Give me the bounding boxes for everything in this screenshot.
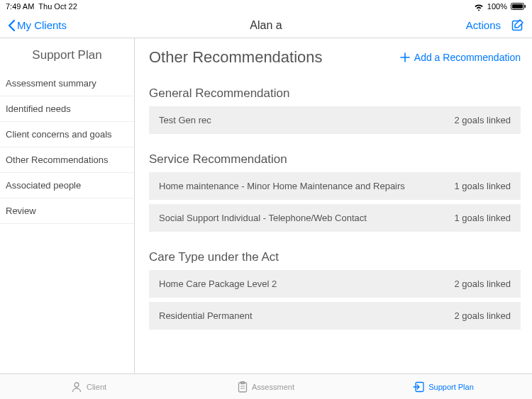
page-title: Alan a (250, 19, 282, 32)
arrow-in-box-icon (413, 381, 424, 393)
tab-client[interactable]: Client (0, 374, 177, 399)
recommendation-goals: 2 goals linked (455, 279, 511, 289)
sections: General Recommendation Test Gen rec 2 go… (149, 74, 521, 373)
add-recommendation-label: Add a Recommendation (414, 52, 521, 63)
compose-icon (511, 18, 525, 33)
chevron-left-icon (7, 19, 16, 32)
battery-icon (511, 3, 526, 10)
svg-rect-2 (525, 5, 526, 8)
plus-icon (400, 52, 410, 62)
recommendation-goals: 1 goals linked (455, 181, 511, 191)
status-time: 7:49 AM (6, 2, 34, 11)
sidebar-item-client-concerns[interactable]: Client concerns and goals (0, 122, 134, 147)
app-root: 7:49 AM Thu Oct 22 100% My Clients Alan … (0, 0, 532, 399)
tab-support-plan-label: Support Plan (428, 383, 474, 391)
sidebar-item-review[interactable]: Review (0, 198, 134, 224)
back-button[interactable]: My Clients (7, 19, 67, 32)
content-title: Other Recommendations (149, 48, 323, 67)
status-left: 7:49 AM Thu Oct 22 (6, 2, 77, 11)
svg-point-4 (74, 383, 79, 387)
clipboard-icon (238, 381, 248, 393)
compose-button[interactable] (511, 18, 525, 33)
recommendation-goals: 2 goals linked (455, 310, 511, 321)
tab-support-plan[interactable]: Support Plan (355, 374, 532, 399)
content-header: Other Recommendations Add a Recommendati… (149, 38, 521, 74)
section-title: Care Type under the Act (149, 250, 521, 264)
tab-client-label: Client (87, 383, 106, 391)
svg-rect-1 (512, 4, 523, 9)
tab-assessment[interactable]: Assessment (177, 374, 355, 399)
actions-button[interactable]: Actions (466, 19, 501, 31)
add-recommendation-button[interactable]: Add a Recommendation (400, 52, 521, 63)
recommendation-row[interactable]: Home Care Package Level 2 2 goals linked (149, 270, 521, 298)
status-bar: 7:49 AM Thu Oct 22 100% (0, 0, 532, 13)
status-date: Thu Oct 22 (38, 2, 77, 11)
recommendation-row[interactable]: Social Support Individual - Telephone/We… (149, 204, 521, 232)
main: Support Plan Assessment summary Identifi… (0, 38, 532, 373)
battery-percent: 100% (487, 2, 507, 11)
recommendation-row[interactable]: Home maintenance - Minor Home Maintenanc… (149, 172, 521, 200)
recommendation-row[interactable]: Residential Permanent 2 goals linked (149, 302, 521, 330)
recommendation-goals: 1 goals linked (455, 213, 511, 223)
recommendation-row[interactable]: Test Gen rec 2 goals linked (149, 106, 521, 134)
recommendation-text: Home Care Package Level 2 (159, 279, 455, 289)
sidebar-item-identified-needs[interactable]: Identified needs (0, 96, 134, 122)
sidebar-title: Support Plan (0, 38, 134, 71)
back-label: My Clients (17, 19, 67, 31)
nav-right: Actions (466, 18, 525, 33)
person-icon (71, 381, 82, 393)
sidebar: Support Plan Assessment summary Identifi… (0, 38, 135, 373)
section-service: Service Recommendation Home maintenance … (149, 152, 521, 232)
section-title: Service Recommendation (149, 152, 521, 167)
wifi-icon (474, 3, 484, 11)
recommendation-text: Social Support Individual - Telephone/We… (159, 213, 455, 223)
recommendation-text: Home maintenance - Minor Home Maintenanc… (159, 181, 455, 191)
section-care-type: Care Type under the Act Home Care Packag… (149, 250, 521, 330)
nav-bar: My Clients Alan a Actions (0, 13, 532, 38)
recommendation-text: Test Gen rec (159, 115, 455, 125)
sidebar-item-assessment-summary[interactable]: Assessment summary (0, 71, 134, 96)
recommendation-goals: 2 goals linked (455, 115, 511, 125)
recommendation-text: Residential Permanent (159, 310, 455, 321)
sidebar-item-associated-people[interactable]: Associated people (0, 173, 134, 198)
status-right: 100% (474, 2, 526, 11)
tab-assessment-label: Assessment (252, 383, 294, 391)
sidebar-item-other-recommendations[interactable]: Other Recommendations (0, 147, 134, 173)
section-title: General Recommendation (149, 86, 521, 101)
section-general: General Recommendation Test Gen rec 2 go… (149, 86, 521, 134)
tab-bar: Client Assessment Support Plan (0, 373, 532, 399)
content: Other Recommendations Add a Recommendati… (135, 38, 532, 373)
